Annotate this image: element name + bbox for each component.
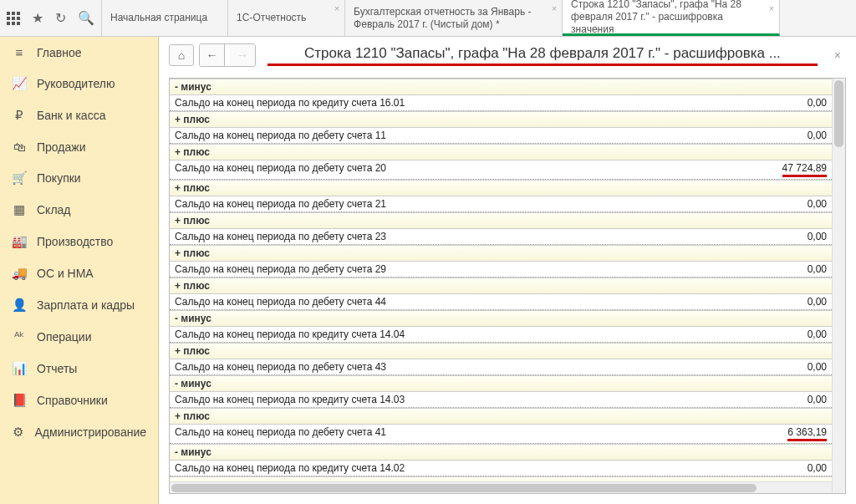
search-icon[interactable]: 🔍: [78, 10, 94, 26]
quick-tools: ★ ↻ 🔍: [0, 0, 102, 36]
sidebar-label: Главное: [37, 46, 82, 59]
sidebar-icon: ▦: [12, 202, 27, 217]
data-row[interactable]: Сальдо на конец периода по дебету счета …: [170, 359, 832, 375]
sidebar-item-1[interactable]: 📈Руководителю: [0, 68, 158, 99]
close-tab-icon[interactable]: ×: [552, 3, 557, 15]
row-value: 0,00: [797, 361, 827, 373]
row-label: Сальдо на конец периода по дебету счета …: [175, 198, 797, 210]
sidebar-item-0[interactable]: ≡Главное: [0, 37, 158, 68]
nav-sidebar: ≡Главное📈Руководителю₽Банк и касса🛍Прода…: [0, 37, 159, 504]
data-row[interactable]: Сальдо на конец периода по кредиту счета…: [170, 461, 832, 476]
page-title: Строка 1210 "Запасы", графа "На 28 февра…: [268, 45, 818, 62]
data-grid: - минусСальдо на конец периода по кредит…: [170, 79, 845, 494]
section-row[interactable]: + плюс: [170, 212, 832, 229]
close-button[interactable]: ×: [829, 48, 846, 62]
close-tab-icon[interactable]: ×: [334, 3, 339, 15]
home-button[interactable]: ⌂: [169, 44, 194, 66]
section-row[interactable]: + плюс: [170, 144, 832, 160]
tab-label: 1С-Отчетность: [237, 12, 306, 24]
sidebar-item-3[interactable]: 🛍Продажи: [0, 131, 158, 162]
section-row[interactable]: + плюс: [170, 277, 832, 294]
back-button[interactable]: ←: [200, 44, 225, 66]
row-value: 0,00: [797, 296, 827, 308]
data-row[interactable]: Сальдо на конец периода по дебету счета …: [170, 425, 832, 444]
sidebar-item-2[interactable]: ₽Банк и касса: [0, 99, 158, 131]
sidebar-label: Зарплата и кадры: [37, 298, 135, 312]
sidebar-label: Отчеты: [37, 362, 77, 375]
top-toolbar: ★ ↻ 🔍 Начальная страница1С-Отчетность×Бу…: [0, 0, 856, 37]
sidebar-item-8[interactable]: 👤Зарплата и кадры: [0, 289, 158, 321]
tab-label: Строка 1210 "Запасы", графа "На 28 февра…: [571, 0, 759, 36]
data-row[interactable]: Сальдо на конец периода по дебету счета …: [170, 294, 832, 310]
row-label: Сальдо на конец периода по дебету счета …: [175, 231, 797, 242]
data-row[interactable]: Сальдо на конец периода по кредиту счета…: [170, 327, 832, 343]
data-row[interactable]: Сальдо на конец периода по дебету счета …: [170, 493, 832, 494]
forward-button[interactable]: →: [230, 44, 255, 66]
tab-bar: Начальная страница1С-Отчетность×Бухгалте…: [102, 0, 856, 36]
favorites-icon[interactable]: ★: [32, 10, 43, 26]
section-row[interactable]: - минус: [170, 444, 832, 461]
sidebar-icon: 📈: [12, 76, 27, 91]
data-row[interactable]: Сальдо на конец периода по дебету счета …: [170, 229, 832, 245]
tab-label: Начальная страница: [110, 12, 207, 24]
data-row[interactable]: Сальдо на конец периода по дебету счета …: [170, 160, 832, 180]
section-row[interactable]: - минус: [170, 375, 832, 392]
row-label: Сальдо на конец периода по дебету счета …: [175, 361, 797, 373]
sidebar-label: Операции: [37, 330, 92, 344]
sidebar-item-4[interactable]: 🛒Покупки: [0, 162, 158, 194]
row-value: 0,00: [797, 263, 827, 275]
row-label: Сальдо на конец периода по кредиту счета…: [175, 462, 797, 474]
apps-icon[interactable]: [7, 12, 20, 25]
row-value: 0,00: [797, 97, 827, 109]
row-label: Сальдо на конец периода по дебету счета …: [175, 296, 797, 308]
sidebar-icon: 🛒: [12, 171, 27, 186]
sidebar-label: Администрирование: [35, 425, 147, 439]
vertical-scrollbar[interactable]: [832, 79, 845, 493]
sidebar-label: Производство: [37, 235, 113, 248]
sidebar-item-6[interactable]: 🏭Производство: [0, 226, 158, 257]
tab-3[interactable]: Строка 1210 "Запасы", графа "На 28 февра…: [563, 0, 780, 36]
sidebar-icon: ᴬᵏ: [12, 329, 27, 344]
sidebar-icon: 🛍: [12, 140, 27, 154]
tab-2[interactable]: Бухгалтерская отчетность за Январь - Фев…: [345, 0, 563, 36]
sidebar-item-10[interactable]: 📊Отчеты: [0, 353, 158, 384]
sidebar-icon: ≡: [12, 45, 27, 59]
row-value: 6 363,19: [777, 426, 827, 441]
row-value: 0,00: [797, 394, 827, 405]
sidebar-label: Продажи: [37, 140, 85, 154]
section-row[interactable]: + плюс: [170, 343, 832, 359]
section-row[interactable]: - минус: [170, 310, 832, 327]
row-value: 47 724,89: [772, 162, 827, 177]
section-row[interactable]: - минус: [170, 79, 832, 95]
data-row[interactable]: Сальдо на конец периода по кредиту счета…: [170, 95, 832, 111]
sidebar-label: Покупки: [37, 171, 81, 185]
highlighted-value: 47 724,89: [782, 162, 827, 177]
row-label: Сальдо на конец периода по кредиту счета…: [175, 394, 797, 405]
history-icon[interactable]: ↻: [55, 10, 66, 26]
title-highlight: [268, 64, 818, 66]
sidebar-item-12[interactable]: ⚙Администрирование: [0, 416, 158, 448]
sidebar-item-7[interactable]: 🚚ОС и НМА: [0, 257, 158, 289]
sidebar-label: ОС и НМА: [37, 267, 94, 280]
sidebar-item-5[interactable]: ▦Склад: [0, 194, 158, 226]
section-row[interactable]: + плюс: [170, 180, 832, 196]
row-value: 0,00: [797, 130, 827, 141]
sidebar-item-11[interactable]: 📕Справочники: [0, 384, 158, 416]
sidebar-label: Справочники: [37, 394, 108, 407]
section-row[interactable]: + плюс: [170, 245, 832, 262]
highlighted-value: 6 363,19: [787, 426, 827, 441]
section-row[interactable]: + плюс: [170, 111, 832, 128]
data-row[interactable]: Сальдо на конец периода по дебету счета …: [170, 262, 832, 277]
data-row[interactable]: Сальдо на конец периода по дебету счета …: [170, 196, 832, 212]
sidebar-icon: 📕: [12, 393, 27, 408]
section-row[interactable]: + плюс: [170, 408, 832, 425]
data-row[interactable]: Сальдо на конец периода по дебету счета …: [170, 128, 832, 144]
tab-0[interactable]: Начальная страница: [102, 0, 228, 36]
close-tab-icon[interactable]: ×: [769, 3, 774, 15]
horizontal-scrollbar[interactable]: [170, 481, 832, 493]
sidebar-icon: 🚚: [12, 266, 27, 281]
sidebar-item-9[interactable]: ᴬᵏОперации: [0, 321, 158, 353]
data-grid-container: - минусСальдо на конец периода по кредит…: [169, 78, 846, 494]
tab-1[interactable]: 1С-Отчетность×: [228, 0, 345, 36]
data-row[interactable]: Сальдо на конец периода по кредиту счета…: [170, 392, 832, 408]
